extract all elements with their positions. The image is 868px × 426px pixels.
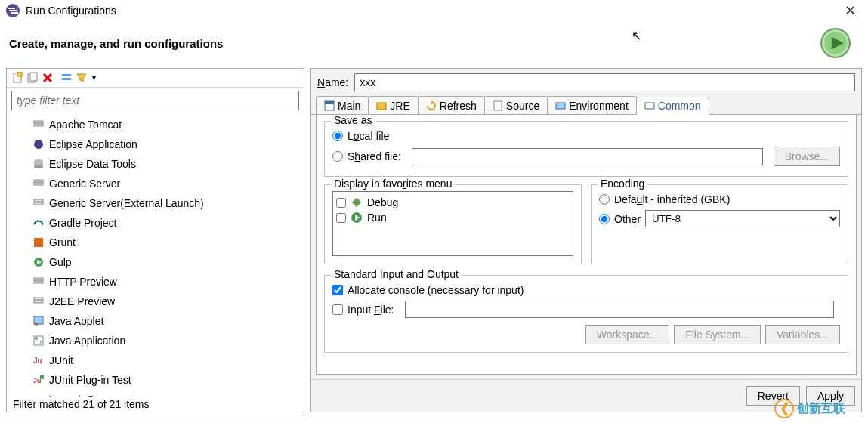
dropdown-arrow-icon[interactable]: ▼: [91, 74, 97, 82]
alloc-console-check[interactable]: [332, 285, 343, 295]
tree-item: JuJUnit: [7, 350, 304, 370]
svg-rect-16: [34, 183, 43, 185]
svg-rect-40: [377, 103, 386, 110]
tree-item-label: Java Applet: [49, 313, 103, 329]
favorites-list: Debug Run: [332, 191, 573, 256]
tab-main[interactable]: Main: [316, 96, 369, 114]
config-tree[interactable]: Apache Tomcat Eclipse Application Eclips…: [7, 113, 304, 397]
shared-file-input[interactable]: [412, 148, 763, 165]
filesystem-button[interactable]: File System...: [674, 325, 761, 344]
saveas-title: Save as: [331, 115, 375, 126]
encoding-select[interactable]: UTF-8: [645, 210, 840, 227]
local-file-radio[interactable]: [332, 131, 343, 141]
common-tab-icon: [644, 100, 655, 111]
left-toolbar: ▼: [7, 69, 304, 88]
tree-item: J2EE Preview: [7, 292, 304, 311]
titlebar: Run Configurations ✕: [0, 0, 868, 21]
apply-button[interactable]: Apply: [806, 386, 855, 406]
environment-tab-icon: [555, 100, 566, 111]
tab-source[interactable]: Source: [484, 96, 548, 114]
favorites-title: Display in favorites menu: [331, 178, 455, 190]
jre-tab-icon: [376, 100, 387, 111]
tree-item-label: Grunt: [49, 234, 76, 251]
tree-item: Grunt: [7, 233, 304, 252]
close-icon[interactable]: ✕: [839, 2, 862, 19]
tree-item: JuJUnit Plug-in Test: [7, 370, 304, 390]
svg-rect-9: [34, 121, 43, 123]
javaapp-icon: J: [32, 335, 45, 347]
tree-item: Gradle Project: [7, 213, 304, 233]
group-icon: [32, 394, 45, 397]
tree-item: HTTP Preview: [7, 272, 304, 292]
source-tab-icon: [493, 100, 503, 111]
tree-item-label: Apache Tomcat: [49, 116, 122, 133]
tree-item: Generic Server: [7, 174, 304, 193]
junit-icon: Ju: [32, 354, 45, 366]
grunt-icon: [32, 236, 45, 248]
encoding-group: Encoding Default - inherited (GBK) Other…: [591, 184, 848, 264]
db-icon: [32, 158, 45, 170]
svg-point-11: [34, 140, 43, 149]
enc-other-radio[interactable]: [599, 214, 610, 224]
svg-text:Ju: Ju: [33, 377, 42, 384]
svg-rect-24: [34, 298, 43, 300]
fav-debug-check[interactable]: [336, 198, 346, 208]
fav-run-check[interactable]: [336, 213, 346, 223]
eclipse-icon: [32, 138, 45, 150]
svg-point-14: [34, 165, 43, 168]
browse-button[interactable]: Browse...: [774, 147, 840, 166]
favorites-group: Display in favorites menu Debug Run: [324, 184, 582, 264]
tree-item-label: HTTP Preview: [49, 273, 117, 290]
tree-item-label: JUnit: [49, 352, 73, 369]
main-tab-icon: [324, 100, 335, 111]
io-group: Standard Input and Output Allocate conso…: [324, 275, 848, 353]
run-icon: [351, 211, 363, 224]
svg-rect-19: [34, 238, 43, 247]
filter-input[interactable]: [11, 91, 299, 110]
name-label: Name:: [317, 76, 348, 88]
server-icon: [32, 295, 45, 307]
tree-item-label: Java Application: [49, 332, 125, 349]
new-config-icon[interactable]: [11, 72, 23, 84]
input-file-check[interactable]: [332, 304, 343, 315]
fav-run-label: Run: [367, 211, 387, 224]
filter-icon[interactable]: [76, 72, 88, 84]
server-icon: [32, 276, 45, 288]
name-input[interactable]: [354, 73, 855, 91]
tab-environment[interactable]: Environment: [547, 96, 637, 114]
tree-item-label: Generic Server: [49, 175, 120, 192]
server-icon: [32, 178, 45, 190]
enc-default-radio[interactable]: [599, 194, 610, 205]
enc-default-label: Default - inherited (GBK): [614, 193, 730, 205]
tree-item-label: Gradle Project: [49, 215, 116, 231]
svg-point-29: [35, 337, 38, 340]
revert-button[interactable]: Revert: [746, 386, 800, 406]
variables-button[interactable]: Variables...: [765, 325, 840, 344]
saveas-group: Save as Local file Shared file:Browse...: [324, 121, 848, 177]
input-file-input[interactable]: [405, 301, 835, 318]
debug-icon: [351, 196, 363, 208]
filter-status: Filter matched 21 of 21 items: [7, 397, 304, 412]
enc-other-label: Other: [614, 213, 641, 225]
duplicate-icon[interactable]: [26, 72, 39, 84]
shared-file-label: Shared file:: [348, 150, 401, 162]
tab-jre[interactable]: JRE: [368, 96, 418, 114]
svg-marker-41: [431, 100, 434, 105]
shared-file-radio[interactable]: [332, 151, 343, 162]
workspace-button[interactable]: Workspace...: [585, 325, 669, 344]
tab-refresh[interactable]: Refresh: [418, 96, 485, 114]
io-title: Standard Input and Output: [331, 268, 462, 280]
svg-rect-6: [30, 73, 37, 81]
config-detail-panel: Name: Main JRE Refresh Source Environmen…: [310, 68, 862, 412]
svg-rect-44: [645, 103, 654, 109]
tree-item-label: Eclipse Application: [49, 136, 137, 153]
tab-common[interactable]: Common: [636, 97, 709, 115]
collapse-icon[interactable]: [60, 72, 73, 84]
tree-item-label: Generic Server(External Launch): [49, 195, 204, 211]
window-title: Run Configurations: [26, 5, 839, 17]
svg-rect-4: [17, 72, 22, 76]
tree-item: Eclipse Application: [7, 134, 304, 154]
server-icon: [32, 197, 45, 209]
gulp-icon: [32, 256, 45, 268]
delete-icon[interactable]: [42, 72, 54, 84]
